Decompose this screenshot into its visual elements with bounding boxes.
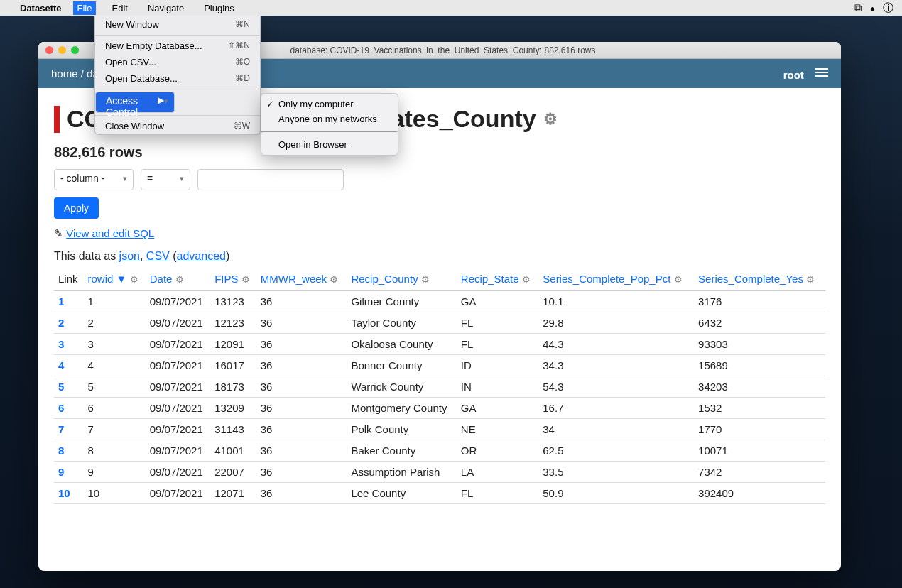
table-cell: 41001 (210, 440, 256, 462)
column-header[interactable]: MMWR_week ⚙ (256, 268, 347, 291)
table-cell: 22007 (210, 462, 256, 483)
macos-menubar: Datasette File Edit Navigate Plugins ⧉ ⬥… (0, 0, 902, 16)
format-advanced[interactable]: advanced (177, 250, 226, 262)
operator-select[interactable]: = (141, 169, 190, 190)
submenu-open-in-browser[interactable]: Open in Browser (261, 137, 398, 152)
row-link[interactable]: 4 (54, 355, 84, 376)
breadcrumb-home[interactable]: home (51, 67, 78, 80)
menu-item-open-database[interactable]: Open Database...⌘D (95, 70, 260, 87)
row-link[interactable]: 10 (54, 483, 84, 504)
submenu-anyone-networks[interactable]: Anyone on my networks (261, 111, 398, 126)
table-cell: 09/07/2021 (146, 483, 210, 504)
table-body: 1109/07/20211312336Gilmer CountyGA10.131… (54, 291, 825, 504)
table-cell: 09/07/2021 (146, 291, 210, 312)
table-cell: 36 (256, 376, 347, 398)
table-cell: 16.7 (538, 398, 694, 419)
table-cell: Warrick County (347, 376, 456, 398)
table-cell: 36 (256, 462, 347, 483)
filter-row: - column - = (54, 169, 825, 190)
row-link[interactable]: 6 (54, 398, 84, 419)
column-header[interactable]: Recip_County ⚙ (347, 268, 456, 291)
help-icon[interactable]: ⓘ (883, 1, 893, 15)
table-row: 101009/07/20211207136Lee CountyFL50.9392… (54, 483, 825, 504)
table-cell: Taylor County (347, 312, 456, 334)
view-sql-link[interactable]: View and edit SQL (66, 227, 154, 239)
app-name[interactable]: Datasette (20, 3, 62, 13)
table-cell: 09/07/2021 (146, 334, 210, 355)
format-csv[interactable]: CSV (146, 250, 170, 262)
checkmark-icon: ✓ (266, 99, 274, 109)
column-select[interactable]: - column - (54, 169, 134, 190)
table-cell: 36 (256, 334, 347, 355)
table-cell: 36 (256, 291, 347, 312)
table-cell: 54.3 (538, 376, 694, 398)
table-cell: 12091 (210, 334, 256, 355)
table-row: 1109/07/20211312336Gilmer CountyGA10.131… (54, 291, 825, 312)
gear-icon[interactable]: ⚙ (543, 110, 558, 129)
table-header-row: Linkrowid ▼ ⚙Date ⚙FIPS ⚙MMWR_week ⚙Reci… (54, 268, 825, 291)
row-link[interactable]: 8 (54, 440, 84, 462)
table-cell: 29.8 (538, 312, 694, 334)
table-row: 6609/07/20211320936Montgomery CountyGA16… (54, 398, 825, 419)
menu-item-new-empty-database[interactable]: New Empty Database...⇧⌘N (95, 38, 260, 54)
apply-button[interactable]: Apply (54, 197, 99, 219)
menu-item-access-control[interactable]: Access Control▶ (95, 92, 175, 113)
row-link[interactable]: 3 (54, 334, 84, 355)
table-cell: 12123 (210, 312, 256, 334)
dropbox-icon[interactable]: ⬥ (869, 1, 876, 15)
table-cell: GA (457, 398, 538, 419)
table-cell: NE (457, 419, 538, 440)
table-cell: Assumption Parish (347, 462, 456, 483)
menu-file[interactable]: File (73, 1, 97, 15)
page-content: CO_United_States_County ⚙ 882,616 rows -… (38, 88, 841, 517)
value-input[interactable] (197, 169, 344, 190)
file-menu-dropdown: New Window⌘N New Empty Database...⇧⌘N Op… (94, 16, 261, 135)
menu-item-open-csv[interactable]: Open CSV...⌘O (95, 54, 260, 70)
table-row: 5509/07/20211817336Warrick CountyIN54.33… (54, 376, 825, 398)
menu-item-new-window[interactable]: New Window⌘N (95, 16, 260, 33)
column-header[interactable]: FIPS ⚙ (210, 268, 256, 291)
row-link[interactable]: 9 (54, 462, 84, 483)
column-header[interactable]: Series_Complete_Pop_Pct ⚙ (538, 268, 694, 291)
table-cell: 6 (84, 398, 146, 419)
row-link[interactable]: 5 (54, 376, 84, 398)
data-table: Linkrowid ▼ ⚙Date ⚙FIPS ⚙MMWR_week ⚙Reci… (54, 268, 825, 504)
table-cell: 15689 (694, 355, 825, 376)
table-cell: 31143 (210, 419, 256, 440)
table-cell: 09/07/2021 (146, 355, 210, 376)
table-cell: 13123 (210, 291, 256, 312)
column-header[interactable]: Link (54, 268, 84, 291)
menu-plugins[interactable]: Plugins (200, 1, 239, 15)
row-link[interactable]: 7 (54, 419, 84, 440)
sql-row: ✎ View and edit SQL (54, 227, 825, 240)
table-cell: 10 (84, 483, 146, 504)
column-header[interactable]: Date ⚙ (146, 268, 210, 291)
menu-edit[interactable]: Edit (107, 1, 131, 15)
table-cell: Montgomery County (347, 398, 456, 419)
row-link[interactable]: 1 (54, 291, 84, 312)
column-header[interactable]: Recip_State ⚙ (457, 268, 538, 291)
hamburger-icon[interactable] (815, 66, 828, 79)
table-cell: 44.3 (538, 334, 694, 355)
table-cell: IN (457, 376, 538, 398)
nav-right: root (783, 66, 828, 81)
menu-item-close-window[interactable]: Close Window⌘W (95, 118, 260, 134)
status-icon[interactable]: ⧉ (854, 1, 862, 15)
table-cell: 09/07/2021 (146, 398, 210, 419)
table-cell: FL (457, 334, 538, 355)
heading-accent-bar (54, 106, 60, 133)
row-count: 882,616 rows (54, 144, 825, 160)
table-cell: OR (457, 440, 538, 462)
table-cell: Lee County (347, 483, 456, 504)
format-json[interactable]: json (119, 250, 140, 262)
column-header[interactable]: Series_Complete_Yes ⚙ (694, 268, 825, 291)
table-cell: Okaloosa County (347, 334, 456, 355)
column-header[interactable]: rowid ▼ ⚙ (84, 268, 146, 291)
table-cell: 09/07/2021 (146, 419, 210, 440)
table-cell: 62.5 (538, 440, 694, 462)
submenu-only-my-computer[interactable]: ✓Only my computer (261, 97, 398, 111)
row-link[interactable]: 2 (54, 312, 84, 334)
current-user[interactable]: root (783, 69, 804, 81)
menu-navigate[interactable]: Navigate (143, 1, 188, 15)
table-cell: 7342 (694, 462, 825, 483)
